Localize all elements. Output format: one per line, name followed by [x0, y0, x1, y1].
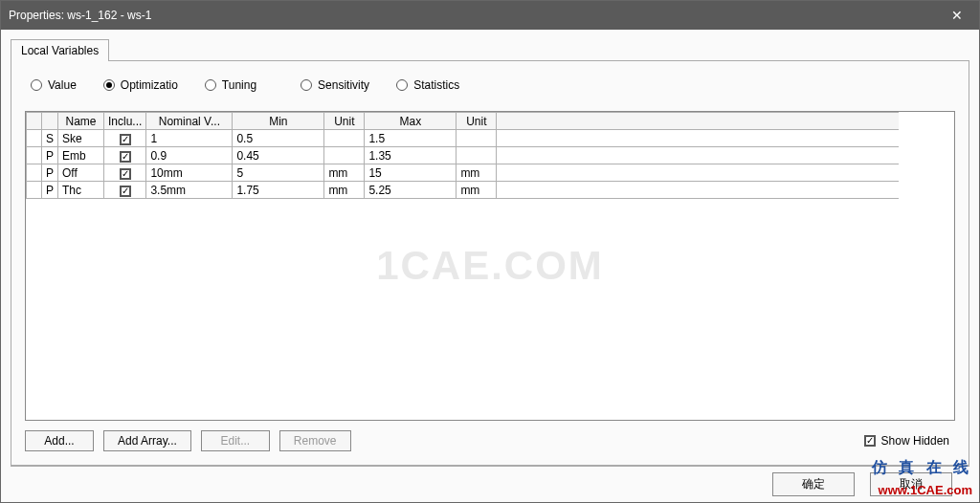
row-gutter [27, 147, 42, 164]
cell-min[interactable]: 0.5 [233, 130, 324, 147]
cell-unit2[interactable] [457, 130, 497, 147]
mode-value-label: Value [48, 78, 77, 92]
col-min[interactable]: Min [233, 113, 324, 130]
remove-button[interactable]: Remove [279, 430, 351, 451]
col-unit2[interactable]: Unit [457, 113, 497, 130]
checkbox-icon: ✓ [120, 168, 131, 180]
cancel-button[interactable]: 取消 [870, 472, 952, 496]
close-icon[interactable]: ✕ [935, 1, 979, 30]
cell-unit2[interactable] [457, 147, 497, 164]
cell-max[interactable]: 1.35 [365, 147, 457, 164]
mode-optimization-label: Optimizatio [121, 78, 178, 92]
add-array-button[interactable]: Add Array... [103, 430, 191, 451]
cell-max[interactable]: 15 [365, 164, 457, 182]
cell-max[interactable]: 5.25 [365, 182, 457, 199]
show-hidden-toggle[interactable]: ✓ Show Hidden [864, 434, 949, 448]
cell-min[interactable]: 0.45 [233, 147, 324, 164]
cell-unit1[interactable]: mm [324, 182, 365, 199]
col-filler [497, 113, 899, 130]
client-area: Local Variables Value Optimizatio Tuning [1, 30, 979, 502]
cell-type[interactable]: P [42, 164, 58, 182]
table-row[interactable]: POff✓10mm5mm15mm [27, 164, 899, 182]
table-row[interactable]: PEmb✓0.90.451.35 [27, 147, 899, 164]
titlebar: Properties: ws-1_162 - ws-1 ✕ [1, 1, 979, 30]
cell-name[interactable]: Off [58, 164, 104, 182]
tab-strip: Local Variables [11, 37, 969, 60]
col-include[interactable]: Inclu... [104, 113, 146, 130]
cell-unit2[interactable]: mm [457, 164, 497, 182]
cell-nominal[interactable]: 10mm [146, 164, 233, 182]
radio-icon [205, 79, 216, 91]
show-hidden-label: Show Hidden [881, 434, 949, 448]
col-gutter [27, 113, 42, 130]
add-button[interactable]: Add... [25, 430, 94, 451]
row-gutter [27, 164, 42, 182]
cell-filler [497, 182, 899, 199]
tab-panel: Value Optimizatio Tuning Sensitivity Sta… [11, 60, 969, 466]
cell-type[interactable]: P [42, 182, 58, 199]
cell-include[interactable]: ✓ [104, 182, 146, 199]
mode-statistics-label: Statistics [413, 78, 459, 92]
properties-dialog: Properties: ws-1_162 - ws-1 ✕ Local Vari… [0, 0, 980, 503]
watermark: 1CAE.COM [376, 243, 604, 289]
checkbox-icon: ✓ [120, 134, 131, 145]
cell-include[interactable]: ✓ [104, 130, 146, 147]
row-gutter [27, 182, 42, 199]
cell-unit1[interactable] [324, 130, 365, 147]
mode-radio-group: Value Optimizatio Tuning Sensitivity Sta… [31, 75, 955, 96]
checkbox-icon: ✓ [120, 186, 131, 197]
cell-name[interactable]: Emb [58, 147, 104, 164]
cell-unit2[interactable]: mm [457, 182, 497, 199]
radio-icon [103, 79, 115, 91]
grid-actions: Add... Add Array... Edit... Remove ✓ Sho… [25, 428, 955, 453]
table-row[interactable]: SSke✓10.51.5 [27, 130, 899, 147]
cell-max[interactable]: 1.5 [365, 130, 457, 147]
col-nominal[interactable]: Nominal V... [146, 113, 233, 130]
cell-filler [497, 164, 899, 182]
ok-button[interactable]: 确定 [772, 472, 855, 496]
cell-filler [497, 147, 899, 164]
mode-value[interactable]: Value [31, 78, 77, 92]
cell-type[interactable]: S [42, 130, 58, 147]
cell-type[interactable]: P [42, 147, 58, 164]
col-unit1[interactable]: Unit [324, 113, 365, 130]
col-type[interactable] [42, 113, 58, 130]
table-row[interactable]: PThc✓3.5mm1.75mm5.25mm [27, 182, 899, 199]
tab-local-variables[interactable]: Local Variables [11, 39, 109, 61]
radio-icon [396, 79, 408, 91]
cell-nominal[interactable]: 0.9 [146, 147, 233, 164]
cell-name[interactable]: Thc [58, 182, 104, 199]
radio-icon [31, 79, 42, 91]
checkbox-icon: ✓ [864, 435, 876, 447]
mode-tuning-label: Tuning [222, 78, 256, 92]
cell-min[interactable]: 5 [233, 164, 324, 182]
cell-include[interactable]: ✓ [104, 147, 146, 164]
variables-grid[interactable]: Name Inclu... Nominal V... Min Unit Max … [25, 111, 955, 421]
checkbox-icon: ✓ [120, 151, 131, 163]
cell-name[interactable]: Ske [58, 130, 104, 147]
mode-statistics[interactable]: Statistics [396, 78, 459, 92]
cell-unit1[interactable] [324, 147, 365, 164]
mode-tuning[interactable]: Tuning [205, 78, 256, 92]
radio-icon [301, 79, 312, 91]
dialog-footer: 确定 取消 [11, 466, 969, 502]
col-max[interactable]: Max [365, 113, 457, 130]
window-title: Properties: ws-1_162 - ws-1 [9, 9, 935, 22]
variables-table: Name Inclu... Nominal V... Min Unit Max … [26, 112, 899, 199]
mode-optimization[interactable]: Optimizatio [103, 78, 178, 92]
cell-unit1[interactable]: mm [324, 164, 365, 182]
mode-sensitivity-label: Sensitivity [318, 78, 369, 92]
cell-min[interactable]: 1.75 [233, 182, 324, 199]
cell-nominal[interactable]: 1 [146, 130, 233, 147]
cell-nominal[interactable]: 3.5mm [146, 182, 233, 199]
col-name[interactable]: Name [58, 113, 104, 130]
row-gutter [27, 130, 42, 147]
cell-include[interactable]: ✓ [104, 164, 146, 182]
cell-filler [497, 130, 899, 147]
mode-sensitivity[interactable]: Sensitivity [301, 78, 369, 92]
edit-button[interactable]: Edit... [201, 430, 270, 451]
